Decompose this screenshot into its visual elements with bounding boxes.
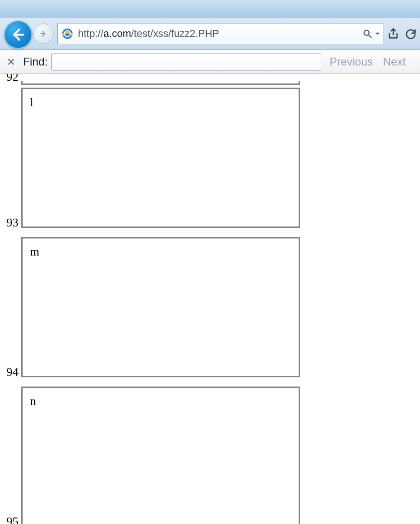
search-button[interactable] [362, 29, 372, 39]
iframe-box[interactable]: l [21, 88, 300, 228]
forward-button[interactable] [33, 24, 54, 44]
share-icon [387, 27, 400, 40]
find-previous-button[interactable]: Previous [330, 55, 372, 68]
close-icon [7, 58, 15, 66]
window-titlebar [0, 0, 420, 18]
url-domain: a.com [103, 28, 131, 39]
ie-logo-icon [60, 27, 74, 41]
forward-arrow-icon [39, 29, 48, 38]
refresh-button[interactable] [404, 27, 417, 40]
close-find-button[interactable] [5, 55, 18, 68]
search-dropdown[interactable] [374, 30, 381, 37]
find-input[interactable] [51, 53, 321, 71]
row-number: 95 [6, 515, 21, 524]
url-prefix: http:// [78, 28, 103, 39]
svg-line-3 [369, 35, 372, 37]
refresh-icon [404, 27, 417, 40]
row-number: 93 [6, 216, 21, 230]
find-label: Find: [23, 55, 48, 68]
row-number: 92 [6, 74, 21, 84]
page-content: 92 93 l 94 m 95 n [0, 74, 420, 524]
toolbar-icons [387, 27, 418, 40]
back-arrow-icon [10, 27, 26, 42]
iframe-content: n [30, 394, 291, 408]
iframe-content: m [30, 245, 291, 259]
iframe-box-partial [21, 81, 300, 85]
chevron-down-icon [374, 30, 381, 37]
share-button[interactable] [387, 27, 400, 40]
navigation-bar: http://a.com/test/xss/fuzz2.PHP [0, 18, 420, 50]
row-number: 94 [6, 365, 21, 379]
iframe-content: l [30, 95, 291, 109]
iframe-box[interactable]: n [21, 387, 300, 524]
url-path: /test/xss/fuzz2.PHP [131, 28, 219, 39]
iframe-box[interactable]: m [21, 237, 300, 377]
url-text: http://a.com/test/xss/fuzz2.PHP [78, 28, 219, 40]
find-bar: Find: Previous Next [0, 50, 420, 74]
find-nav: Previous Next [330, 55, 406, 68]
search-icon [362, 29, 372, 39]
address-bar[interactable]: http://a.com/test/xss/fuzz2.PHP [57, 23, 384, 44]
find-next-button[interactable]: Next [383, 55, 406, 68]
back-button[interactable] [4, 20, 32, 49]
